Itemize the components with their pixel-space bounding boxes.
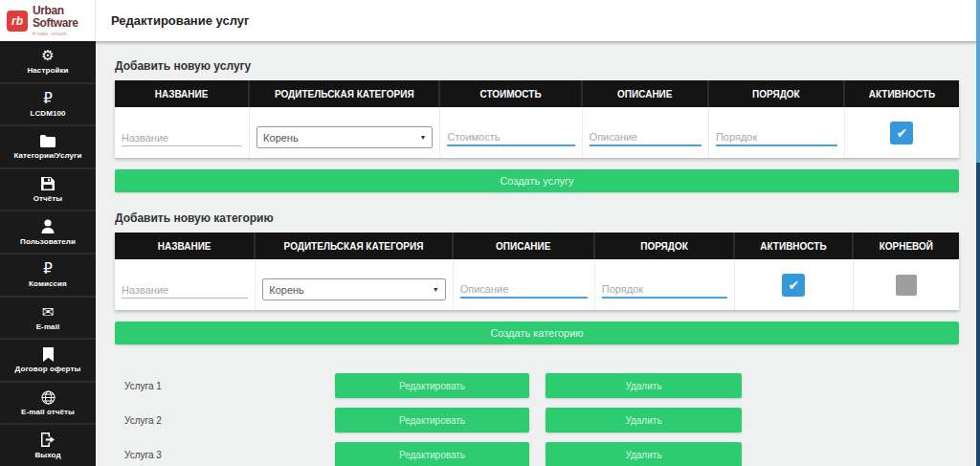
floppy-disk-icon xyxy=(41,176,55,191)
exit-icon xyxy=(41,433,55,448)
sidebar-item-settings[interactable]: ⚙ Настройки xyxy=(0,41,96,84)
delete-service-1-button[interactable]: Удалить xyxy=(546,373,742,398)
ruble-icon: ₽ xyxy=(43,91,53,106)
edit-service-3-button[interactable]: Редактировать xyxy=(335,442,529,466)
delete-service-3-button[interactable]: Удалить xyxy=(546,442,742,466)
brand-logo-icon: rb xyxy=(7,11,28,32)
gear-icon: ⚙ xyxy=(41,48,54,63)
category-description-input[interactable] xyxy=(460,281,588,299)
column-header-active: АКТИВНОСТЬ xyxy=(845,80,959,107)
column-header-name: НАЗВАНИЕ xyxy=(115,233,256,259)
service-name-label: Услуга 2 xyxy=(115,415,335,426)
add-category-section-title: Добавить новую категорию xyxy=(115,211,959,225)
brand-tagline: # make, smooth. xyxy=(33,32,78,36)
sidebar-item-users[interactable]: Пользователи xyxy=(0,211,96,255)
app-window: rb Urban Software # make, smooth. Редакт… xyxy=(0,0,980,466)
sidebar-item-lcdm100[interactable]: ₽ LCDM100 xyxy=(0,84,96,127)
column-header-order: ПОРЯДОК xyxy=(595,233,735,259)
sidebar-item-reports[interactable]: Отчёты xyxy=(0,169,96,212)
category-root-checkbox[interactable] xyxy=(896,275,917,296)
service-name-label: Услуга 1 xyxy=(115,381,335,391)
column-header-active: АКТИВНОСТЬ xyxy=(735,233,853,259)
sidebar-item-email[interactable]: ✉ E-mail xyxy=(0,298,96,341)
user-icon xyxy=(41,219,55,234)
add-service-section-title: Добавить новую услугу xyxy=(115,59,959,73)
brand-name-line2: Software xyxy=(33,17,78,30)
bookmark-icon xyxy=(43,346,54,362)
sidebar-item-offer-contract[interactable]: Договор оферты xyxy=(0,340,96,383)
checkmark-icon: ✔ xyxy=(897,125,908,141)
column-header-description: ОПИСАНИЕ xyxy=(454,233,595,259)
checkmark-icon: ✔ xyxy=(789,277,800,293)
create-category-button[interactable]: Создать категорию xyxy=(115,322,959,344)
vertical-scrollbar[interactable] xyxy=(976,0,980,466)
sidebar-item-commission[interactable]: ₽ Комиссия xyxy=(0,255,96,298)
delete-service-2-button[interactable]: Удалить xyxy=(546,408,742,433)
envelope-icon: ✉ xyxy=(42,304,55,320)
service-name-input[interactable] xyxy=(122,130,242,146)
column-header-root: КОРНЕВОЙ xyxy=(854,233,959,259)
service-description-input[interactable] xyxy=(590,129,702,146)
brand-logo[interactable]: rb Urban Software # make, smooth. xyxy=(0,0,96,41)
service-parent-category-select[interactable]: Корень ▼ xyxy=(256,126,433,148)
dropdown-arrow-icon: ▼ xyxy=(420,134,427,141)
column-header-parent-category: РОДИТЕЛЬСКАЯ КАТЕГОРИЯ xyxy=(256,233,453,259)
main-content: Добавить новую услугу НАЗВАНИЕ РОДИТЕЛЬС… xyxy=(96,41,980,466)
service-cost-input[interactable] xyxy=(447,129,574,146)
category-active-checkbox[interactable]: ✔ xyxy=(782,274,805,297)
add-service-form-table: НАЗВАНИЕ РОДИТЕЛЬСКАЯ КАТЕГОРИЯ СТОИМОСТ… xyxy=(115,80,959,158)
page-title: Редактирование услуг xyxy=(111,0,249,41)
sidebar-item-categories-services[interactable]: Категории/Услуги xyxy=(0,126,96,169)
service-list-row: Услуга 1 Редактировать Удалить xyxy=(115,373,959,398)
edit-service-1-button[interactable]: Редактировать xyxy=(335,373,529,398)
dropdown-arrow-icon: ▼ xyxy=(433,286,439,293)
ruble-icon: ₽ xyxy=(43,261,53,277)
globe-icon xyxy=(41,389,56,405)
column-header-cost: СТОИМОСТЬ xyxy=(440,80,582,107)
scrollbar-thumb[interactable] xyxy=(976,0,980,163)
edit-service-2-button[interactable]: Редактировать xyxy=(335,408,529,433)
column-header-order: ПОРЯДОК xyxy=(709,80,845,107)
category-parent-category-select[interactable]: Корень ▼ xyxy=(262,278,445,300)
service-active-checkbox[interactable]: ✔ xyxy=(890,122,913,144)
sidebar-nav: ⚙ Настройки ₽ LCDM100 Категории/Услуги О… xyxy=(0,41,96,466)
sidebar-item-email-reports[interactable]: E-mail отчёты xyxy=(0,383,96,426)
column-header-parent-category: РОДИТЕЛЬСКАЯ КАТЕГОРИЯ xyxy=(250,80,440,107)
service-order-input[interactable] xyxy=(716,129,837,146)
column-header-description: ОПИСАНИЕ xyxy=(583,80,709,107)
category-name-input[interactable] xyxy=(122,282,248,299)
category-order-input[interactable] xyxy=(602,281,727,299)
service-list-row: Услуга 3 Редактировать Удалить xyxy=(115,442,959,466)
service-list: Услуга 1 Редактировать Удалить Услуга 2 … xyxy=(115,373,959,466)
top-header: rb Urban Software # make, smooth. Редакт… xyxy=(0,0,980,41)
add-category-form-table: НАЗВАНИЕ РОДИТЕЛЬСКАЯ КАТЕГОРИЯ ОПИСАНИЕ… xyxy=(115,233,959,310)
column-header-name: НАЗВАНИЕ xyxy=(115,80,250,107)
folder-icon xyxy=(40,133,56,148)
sidebar-item-logout[interactable]: Выход xyxy=(0,425,96,466)
service-list-row: Услуга 2 Редактировать Удалить xyxy=(115,408,959,433)
service-name-label: Услуга 3 xyxy=(115,450,335,460)
create-service-button[interactable]: Создать услугу xyxy=(115,169,959,192)
